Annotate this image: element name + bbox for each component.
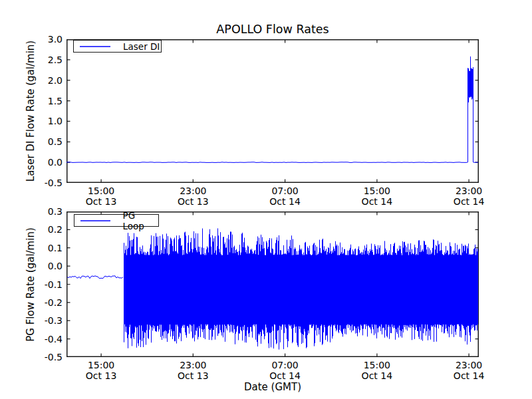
x-tick-time-label: 23:00 bbox=[180, 186, 206, 196]
x-tick-date-label: Oct 14 bbox=[454, 196, 484, 207]
y-tick-label: -0.5 bbox=[13, 178, 63, 188]
y-tick-label: 0.3 bbox=[13, 206, 63, 217]
x-tick-time-label: 23:00 bbox=[456, 360, 482, 370]
x-tick-date-label: Oct 13 bbox=[86, 196, 116, 207]
x-tick-date-label: Oct 14 bbox=[454, 370, 484, 381]
x-tick-date-label: Oct 14 bbox=[269, 196, 300, 207]
x-tick-time-label: 15:00 bbox=[88, 186, 114, 196]
y-tick-label: -0.2 bbox=[13, 297, 63, 308]
figure: APOLLO Flow Rates Laser DI Flow Rate (ga… bbox=[0, 0, 532, 399]
x-tick-date-label: Oct 13 bbox=[86, 370, 116, 381]
legend-label-pg-loop: PG Loop bbox=[123, 210, 158, 231]
x-tick-date-label: Oct 14 bbox=[269, 370, 300, 381]
y-tick-label: 0.2 bbox=[13, 224, 63, 235]
x-tick-time-label: 23:00 bbox=[180, 360, 206, 370]
x-tick-date-label: Oct 13 bbox=[178, 196, 208, 207]
y-tick-label: 0.0 bbox=[13, 157, 63, 168]
y-tick-label: 2.5 bbox=[13, 55, 63, 65]
y-tick-label: -0.1 bbox=[13, 279, 63, 290]
y-tick-label: 3.0 bbox=[13, 34, 63, 45]
legend-line-sample-icon bbox=[80, 220, 110, 221]
y-tick-label: 0.0 bbox=[13, 261, 63, 271]
laser-di-plot bbox=[66, 39, 479, 183]
x-axis-label: Date (GMT) bbox=[66, 381, 479, 393]
x-tick-time-label: 15:00 bbox=[364, 186, 390, 196]
y-tick-label: 0.5 bbox=[13, 136, 63, 147]
x-tick-time-label: 15:00 bbox=[88, 360, 114, 370]
x-tick-time-label: 15:00 bbox=[364, 360, 390, 370]
legend-laser-di: Laser DI bbox=[73, 40, 162, 53]
x-tick-date-label: Oct 14 bbox=[362, 196, 392, 207]
y-tick-label: -0.5 bbox=[13, 352, 63, 362]
y-tick-label: 1.0 bbox=[13, 116, 63, 126]
x-tick-time-label: 07:00 bbox=[271, 186, 298, 196]
y-tick-label: -0.4 bbox=[13, 334, 63, 344]
y-tick-label: 2.0 bbox=[13, 75, 63, 86]
x-tick-date-label: Oct 14 bbox=[362, 370, 392, 381]
legend-line-sample-icon bbox=[80, 46, 110, 47]
y-tick-label: 0.1 bbox=[13, 243, 63, 253]
legend-label-laser-di: Laser DI bbox=[123, 41, 160, 52]
x-tick-date-label: Oct 13 bbox=[178, 370, 208, 381]
pg-loop-plot bbox=[66, 211, 479, 357]
y-tick-label: -0.3 bbox=[13, 315, 63, 326]
x-tick-time-label: 07:00 bbox=[271, 360, 298, 370]
x-tick-time-label: 23:00 bbox=[456, 186, 482, 196]
chart-title: APOLLO Flow Rates bbox=[66, 23, 479, 36]
y-tick-label: 1.5 bbox=[13, 96, 63, 106]
legend-pg-loop: PG Loop bbox=[74, 214, 159, 227]
